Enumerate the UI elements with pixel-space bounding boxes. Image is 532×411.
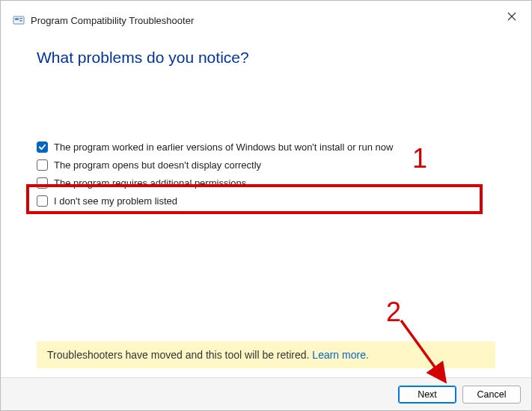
option-label: The program requires additional permissi… [54, 177, 246, 189]
close-icon [507, 10, 516, 24]
learn-more-link[interactable]: Learn more. [312, 349, 368, 361]
checkbox-icon[interactable] [37, 195, 48, 207]
option-row[interactable]: The program requires additional permissi… [37, 177, 495, 189]
dialog-frame: Program Compatibility Troubleshooter Wha… [0, 0, 532, 411]
next-button-label: Next [418, 389, 437, 400]
option-row[interactable]: The program opens but doesn't display co… [37, 159, 495, 171]
cancel-button[interactable]: Cancel [462, 386, 521, 404]
troubleshooter-icon [13, 14, 25, 26]
option-row[interactable]: I don't see my problem listed [37, 195, 495, 207]
option-label: The program opens but doesn't display co… [54, 159, 261, 171]
option-label: The program worked in earlier versions o… [54, 141, 393, 153]
notice-bar: Troubleshooters have moved and this tool… [37, 341, 495, 368]
next-button[interactable]: Next [398, 386, 456, 404]
close-button[interactable] [501, 7, 522, 28]
cancel-button-label: Cancel [477, 389, 507, 400]
svg-rect-2 [19, 18, 22, 19]
content-area: What problems do you notice? The program… [1, 26, 531, 207]
option-label: I don't see my problem listed [54, 195, 177, 207]
svg-rect-3 [19, 20, 22, 22]
header: Program Compatibility Troubleshooter [1, 1, 531, 26]
footer: Next Cancel [1, 377, 531, 410]
svg-rect-1 [15, 18, 19, 20]
option-row[interactable]: The program worked in earlier versions o… [37, 141, 495, 153]
annotation-mark-2: 2 [386, 296, 401, 328]
checkbox-icon[interactable] [37, 141, 48, 153]
checkbox-icon[interactable] [37, 177, 48, 189]
checkbox-icon[interactable] [37, 159, 48, 171]
notice-text: Troubleshooters have moved and this tool… [47, 349, 312, 361]
option-list: The program worked in earlier versions o… [37, 141, 495, 207]
page-title: What problems do you notice? [37, 49, 495, 67]
dialog-title: Program Compatibility Troubleshooter [31, 15, 194, 26]
